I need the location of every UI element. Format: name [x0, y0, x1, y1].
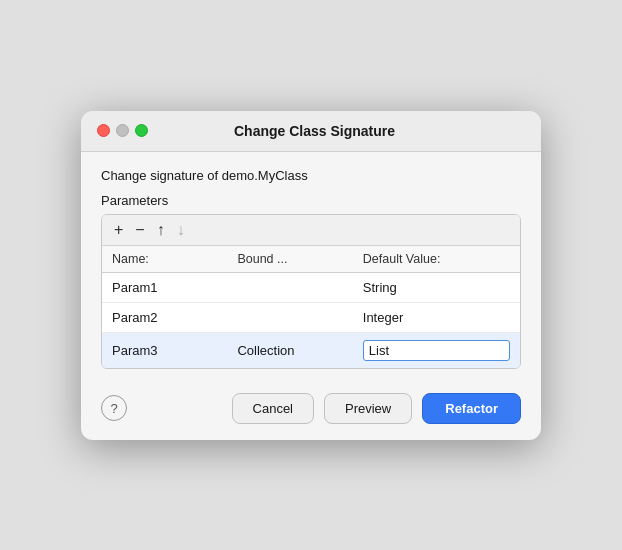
param-name-3: Param3 — [102, 332, 227, 368]
refactor-button[interactable]: Refactor — [422, 393, 521, 424]
col-header-default: Default Value: — [353, 246, 520, 273]
table-row[interactable]: Param1 String — [102, 272, 520, 302]
param-bound-2 — [227, 302, 352, 332]
maximize-button[interactable] — [135, 124, 148, 137]
params-table: Name: Bound ... Default Value: Param1 St… — [102, 246, 520, 368]
param-default-2: Integer — [353, 302, 520, 332]
col-header-bound: Bound ... — [227, 246, 352, 273]
help-button[interactable]: ? — [101, 395, 127, 421]
cancel-button[interactable]: Cancel — [232, 393, 314, 424]
parameters-container: + − ↑ ↓ Name: Bound ... Default Value: P… — [101, 214, 521, 369]
table-row[interactable]: Param2 Integer — [102, 302, 520, 332]
param-name-1: Param1 — [102, 272, 227, 302]
footer-right: Cancel Preview Refactor — [232, 393, 521, 424]
move-down-button[interactable]: ↓ — [173, 220, 189, 240]
table-row[interactable]: Param3 Collection — [102, 332, 520, 368]
param-default-3[interactable] — [353, 332, 520, 368]
param-bound-3: Collection — [227, 332, 352, 368]
table-header: Name: Bound ... Default Value: — [102, 246, 520, 273]
dialog-title: Change Class Signature — [156, 123, 473, 139]
dialog-footer: ? Cancel Preview Refactor — [81, 381, 541, 440]
param-bound-1 — [227, 272, 352, 302]
parameters-label: Parameters — [101, 193, 521, 208]
dialog-content: Change signature of demo.MyClass Paramet… — [81, 152, 541, 381]
table-body: Param1 String Param2 Integer Param3 Coll… — [102, 272, 520, 368]
move-up-button[interactable]: ↑ — [153, 220, 169, 240]
col-header-name: Name: — [102, 246, 227, 273]
preview-button[interactable]: Preview — [324, 393, 412, 424]
remove-param-button[interactable]: − — [131, 220, 148, 240]
change-class-signature-dialog: Change Class Signature Change signature … — [81, 111, 541, 440]
close-button[interactable] — [97, 124, 110, 137]
traffic-lights — [97, 124, 148, 137]
add-param-button[interactable]: + — [110, 220, 127, 240]
footer-left: ? — [101, 395, 127, 421]
params-toolbar: + − ↑ ↓ — [102, 215, 520, 246]
default-value-input[interactable] — [363, 340, 510, 361]
param-name-2: Param2 — [102, 302, 227, 332]
param-default-1: String — [353, 272, 520, 302]
title-bar: Change Class Signature — [81, 111, 541, 152]
dialog-subtitle: Change signature of demo.MyClass — [101, 168, 521, 183]
minimize-button[interactable] — [116, 124, 129, 137]
